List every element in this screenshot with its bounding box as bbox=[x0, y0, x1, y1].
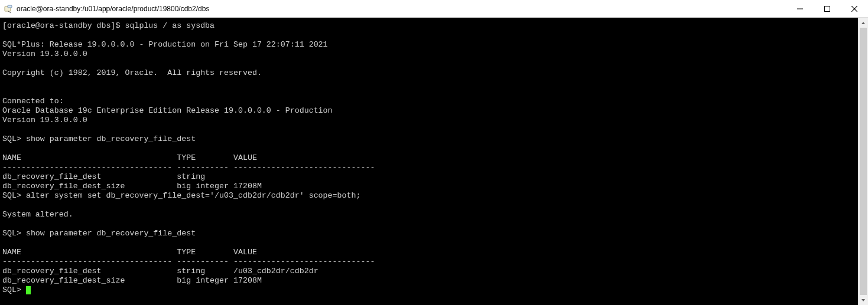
svg-rect-4 bbox=[825, 6, 830, 11]
titlebar-left: oracle@ora-standby:/u01/app/oracle/produ… bbox=[4, 4, 209, 14]
svg-line-2 bbox=[8, 11, 11, 13]
minimize-button[interactable] bbox=[786, 0, 814, 17]
maximize-button[interactable] bbox=[814, 0, 841, 17]
putty-icon bbox=[4, 4, 13, 14]
terminal-cursor bbox=[26, 286, 31, 294]
scroll-up-button[interactable] bbox=[859, 18, 868, 28]
window-title: oracle@ora-standby:/u01/app/oracle/produ… bbox=[17, 5, 209, 13]
svg-rect-1 bbox=[8, 5, 12, 8]
terminal-output[interactable]: [oracle@ora-standby dbs]$ sqlplus / as s… bbox=[0, 18, 858, 305]
window-controls bbox=[786, 0, 868, 17]
scroll-down-button[interactable] bbox=[859, 295, 868, 305]
scrollbar-thumb[interactable] bbox=[860, 28, 867, 295]
close-button[interactable] bbox=[841, 0, 868, 17]
scrollbar-track[interactable] bbox=[859, 28, 868, 295]
terminal-area: [oracle@ora-standby dbs]$ sqlplus / as s… bbox=[0, 18, 868, 305]
vertical-scrollbar[interactable] bbox=[858, 18, 868, 305]
window-titlebar: oracle@ora-standby:/u01/app/oracle/produ… bbox=[0, 0, 868, 18]
